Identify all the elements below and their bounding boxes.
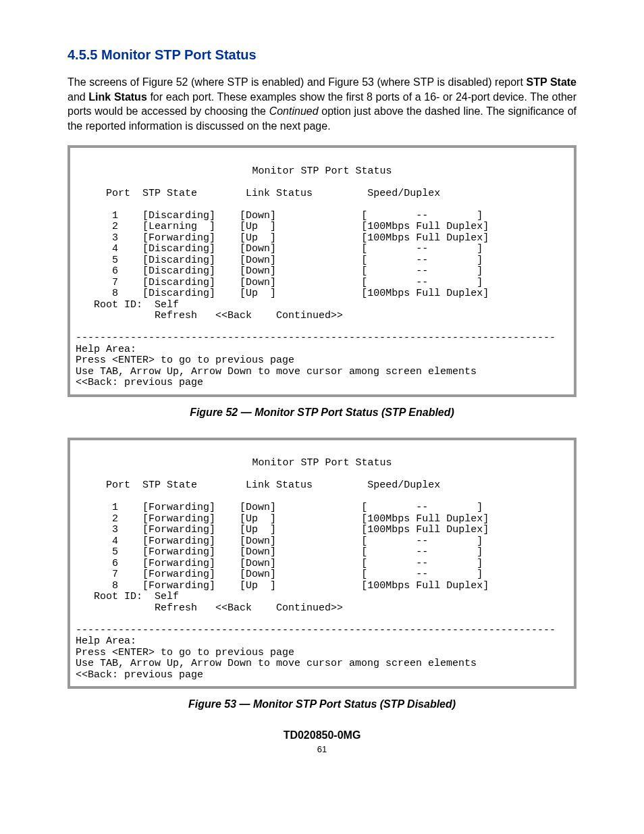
continued-action[interactable]: Continued>> xyxy=(276,602,343,614)
intro-bold-stpstate: STP State xyxy=(526,76,576,88)
cell-link: [Down] xyxy=(240,536,276,547)
cell-link: [Up ] xyxy=(240,524,276,536)
cell-speed: [ -- ] xyxy=(361,546,483,558)
cell-stp: [Discarding] xyxy=(142,243,215,255)
cell-link: [Down] xyxy=(240,546,276,558)
cell-port: 7 xyxy=(112,569,118,580)
cell-speed: [ -- ] xyxy=(361,265,483,277)
col-speed: Speed/Duplex xyxy=(367,479,440,491)
col-port: Port xyxy=(106,479,130,491)
cell-link: [Down] xyxy=(240,502,276,513)
help-line: <<Back: previous page xyxy=(76,669,203,681)
cell-port: 8 xyxy=(112,580,118,592)
cell-stp: [Discarding] xyxy=(142,288,215,299)
cell-port: 5 xyxy=(112,546,118,558)
divider-dashes: ----------------------------------------… xyxy=(76,332,556,344)
figure-caption-52: Figure 52 — Monitor STP Port Status (STP… xyxy=(68,407,576,419)
cell-port: 2 xyxy=(112,513,118,525)
help-line: Use TAB, Arrow Up, Arrow Down to move cu… xyxy=(76,366,477,377)
cell-link: [Up ] xyxy=(240,513,276,525)
cell-stp: [Forwarding] xyxy=(142,558,215,569)
cell-port: 6 xyxy=(112,265,118,277)
cell-stp: [Forwarding] xyxy=(142,502,215,513)
cell-link: [Down] xyxy=(240,265,276,277)
help-line: <<Back: previous page xyxy=(76,377,203,388)
cell-stp: [Forwarding] xyxy=(142,580,215,592)
cell-speed: [100Mbps Full Duplex] xyxy=(361,524,489,536)
col-speed: Speed/Duplex xyxy=(367,188,440,199)
intro-text: and xyxy=(68,91,88,103)
back-action[interactable]: <<Back xyxy=(215,602,252,614)
cell-stp: [Forwarding] xyxy=(142,513,215,525)
back-action[interactable]: <<Back xyxy=(215,310,252,321)
intro-italic-continued: Continued xyxy=(269,105,319,117)
terminal-title: Monitor STP Port Status xyxy=(76,458,568,469)
cell-speed: [ -- ] xyxy=(361,210,483,221)
intro-bold-linkstatus: Link Status xyxy=(88,91,146,103)
cell-port: 2 xyxy=(112,221,118,232)
cell-stp: [Forwarding] xyxy=(142,546,215,558)
cell-port: 3 xyxy=(112,232,118,244)
section-heading: 4.5.5 Monitor STP Port Status xyxy=(68,47,576,63)
cell-link: [Up ] xyxy=(240,288,276,299)
cell-stp: [Forwarding] xyxy=(142,524,215,536)
intro-paragraph: The screens of Figure 52 (where STP is e… xyxy=(68,75,576,133)
cell-link: [Down] xyxy=(240,255,276,266)
cell-port: 5 xyxy=(112,255,118,266)
cell-speed: [100Mbps Full Duplex] xyxy=(361,288,489,299)
cell-port: 1 xyxy=(112,502,118,513)
cell-stp: [Discarding] xyxy=(142,255,215,266)
refresh-action[interactable]: Refresh xyxy=(155,310,197,321)
continued-action[interactable]: Continued>> xyxy=(276,310,343,321)
help-line: Press <ENTER> to go to previous page xyxy=(76,647,294,658)
cell-stp: [Forwarding] xyxy=(142,232,215,244)
cell-port: 3 xyxy=(112,524,118,536)
cell-port: 6 xyxy=(112,558,118,569)
cell-speed: [ -- ] xyxy=(361,536,483,547)
document-id: TD020850-0MG xyxy=(68,729,576,741)
cell-link: [Down] xyxy=(240,277,276,288)
cell-speed: [ -- ] xyxy=(361,243,483,255)
help-area-title: Help Area: xyxy=(76,344,136,355)
intro-text: The screens of Figure 52 (where STP is e… xyxy=(68,76,526,88)
page-number: 61 xyxy=(68,744,576,754)
col-stp: STP State xyxy=(142,479,197,491)
cell-port: 4 xyxy=(112,243,118,255)
terminal-title: Monitor STP Port Status xyxy=(76,166,568,178)
cell-port: 8 xyxy=(112,288,118,299)
terminal-screen-fig52: Monitor STP Port Status Port STP State L… xyxy=(68,145,576,397)
divider-dashes: ----------------------------------------… xyxy=(76,625,556,636)
col-port: Port xyxy=(106,188,130,199)
col-link: Link Status xyxy=(246,479,313,491)
cell-link: [Down] xyxy=(240,558,276,569)
cell-stp: [Discarding] xyxy=(142,210,215,221)
help-line: Use TAB, Arrow Up, Arrow Down to move cu… xyxy=(76,658,477,669)
cell-speed: [ -- ] xyxy=(361,502,483,513)
help-area-title: Help Area: xyxy=(76,635,136,647)
cell-speed: [ -- ] xyxy=(361,569,483,580)
cell-stp: [Discarding] xyxy=(142,277,215,288)
cell-speed: [100Mbps Full Duplex] xyxy=(361,513,489,525)
cell-port: 4 xyxy=(112,536,118,547)
root-id: Root ID: Self xyxy=(94,591,179,602)
refresh-action[interactable]: Refresh xyxy=(155,602,197,614)
cell-link: [Up ] xyxy=(240,221,276,232)
col-link: Link Status xyxy=(246,188,313,199)
cell-speed: [ -- ] xyxy=(361,277,483,288)
cell-speed: [100Mbps Full Duplex] xyxy=(361,580,489,592)
cell-port: 7 xyxy=(112,277,118,288)
cell-link: [Down] xyxy=(240,569,276,580)
cell-speed: [ -- ] xyxy=(361,255,483,266)
cell-stp: [Discarding] xyxy=(142,265,215,277)
cell-link: [Up ] xyxy=(240,232,276,244)
terminal-screen-fig53: Monitor STP Port Status Port STP State L… xyxy=(68,438,576,689)
cell-stp: [Forwarding] xyxy=(142,536,215,547)
cell-stp: [Forwarding] xyxy=(142,569,215,580)
cell-speed: [ -- ] xyxy=(361,558,483,569)
col-stp: STP State xyxy=(142,188,197,199)
cell-port: 1 xyxy=(112,210,118,221)
cell-link: [Down] xyxy=(240,243,276,255)
cell-link: [Up ] xyxy=(240,580,276,592)
figure-caption-53: Figure 53 — Monitor STP Port Status (STP… xyxy=(68,698,576,710)
cell-stp: [Learning ] xyxy=(142,221,215,232)
